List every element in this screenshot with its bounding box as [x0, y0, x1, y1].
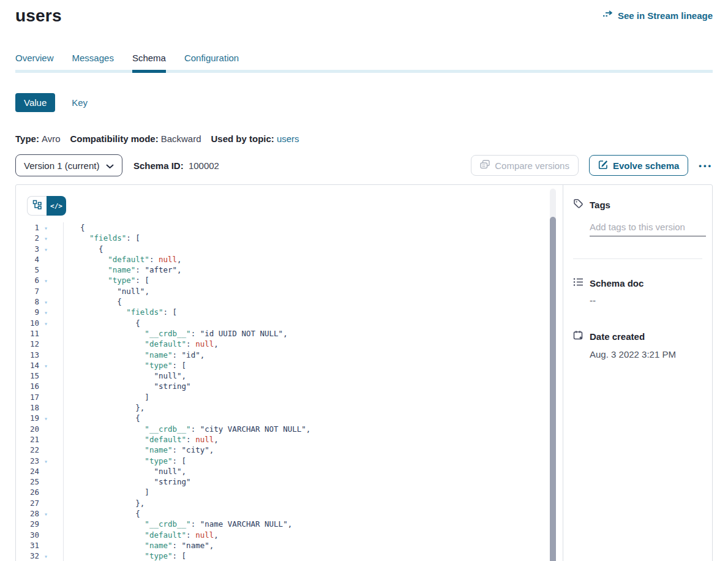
fold-arrow-icon[interactable]: ▾ — [39, 296, 64, 307]
fold-arrow-icon[interactable]: ▾ — [39, 233, 64, 243]
fold-arrow-icon[interactable]: ▾ — [39, 360, 64, 371]
fold-gutter — [39, 254, 64, 265]
code-scrollbar[interactable] — [550, 189, 556, 561]
code-view-icon: </> — [50, 202, 62, 210]
tree-view-button[interactable] — [27, 196, 47, 216]
line-number: 7 — [16, 286, 39, 296]
line-number: 19 — [16, 413, 39, 423]
line-number: 17 — [16, 392, 39, 402]
code-text: "null", — [64, 286, 149, 296]
stream-lineage-link[interactable]: See in Stream lineage — [602, 10, 713, 21]
calendar-icon — [573, 330, 584, 342]
fold-arrow-icon[interactable]: ▾ — [39, 244, 64, 254]
fold-gutter — [39, 498, 64, 508]
evolve-schema-button[interactable]: Evolve schema — [589, 155, 688, 176]
schema-sidebar: Tags Schema doc -- — [563, 185, 712, 561]
fold-gutter — [39, 476, 64, 487]
more-options-button[interactable]: ••• — [699, 161, 713, 170]
used-by-topic-label: Used by topic: — [211, 134, 274, 144]
fold-arrow-icon[interactable]: ▾ — [39, 222, 64, 233]
code-line: 22 "name": "city", — [16, 445, 563, 455]
code-text: "__crdb__": "name VARCHAR NULL", — [64, 519, 292, 529]
chevron-down-icon — [106, 160, 114, 171]
code-line: 30 "default": null, — [16, 530, 563, 540]
code-view-button[interactable]: </> — [47, 196, 66, 216]
edit-schema-icon — [598, 160, 608, 171]
fold-gutter — [39, 487, 64, 497]
line-number: 27 — [16, 498, 39, 508]
schema-id-label: Schema ID: — [133, 160, 184, 171]
line-number: 14 — [16, 360, 39, 371]
line-number: 28 — [16, 508, 39, 519]
code-text: "default": null, — [64, 339, 219, 349]
code-text: "string" — [64, 381, 191, 391]
line-number: 3 — [16, 244, 39, 254]
schema-meta-row: Type: Avro Compatibility mode: Backward … — [15, 134, 713, 144]
date-created-section-header: Date created — [573, 330, 702, 342]
fold-arrow-icon[interactable]: ▾ — [39, 551, 64, 561]
code-scrollbar-thumb[interactable] — [550, 217, 556, 561]
fold-arrow-icon[interactable]: ▾ — [39, 307, 64, 317]
fold-gutter — [39, 381, 64, 391]
code-text: "name": "city", — [64, 445, 214, 455]
code-text: "fields": [ — [64, 233, 140, 243]
tab-underline-track — [15, 70, 713, 73]
add-tags-input[interactable] — [590, 219, 706, 236]
code-text: { — [64, 296, 122, 307]
fold-gutter — [39, 466, 64, 476]
key-toggle-button[interactable]: Key — [72, 97, 88, 108]
code-text: "string" — [64, 476, 191, 487]
code-text: "null", — [64, 371, 186, 381]
code-line: 20 "__crdb__": "city VARCHAR NOT NULL", — [16, 424, 563, 434]
code-text: "type": [ — [64, 456, 186, 466]
fold-arrow-icon[interactable]: ▾ — [39, 508, 64, 519]
fold-arrow-icon[interactable]: ▾ — [39, 318, 64, 328]
tree-view-icon — [32, 200, 42, 212]
line-number: 2 — [16, 233, 39, 243]
tags-section-header: Tags — [573, 198, 702, 211]
fold-arrow-icon[interactable]: ▾ — [39, 456, 64, 466]
code-line: 12 "default": null, — [16, 339, 563, 349]
line-number: 24 — [16, 466, 39, 476]
version-select[interactable]: Version 1 (current) — [15, 154, 122, 176]
code-text: { — [64, 508, 140, 519]
topic-link[interactable]: users — [277, 134, 299, 144]
line-number: 9 — [16, 307, 39, 317]
line-number: 13 — [16, 350, 39, 360]
line-number: 21 — [16, 434, 39, 445]
compatibility-label: Compatibility mode: — [70, 134, 158, 144]
line-number: 26 — [16, 487, 39, 497]
code-line: 5 "name": "after", — [16, 265, 563, 275]
version-select-value: Version 1 (current) — [24, 160, 99, 171]
fold-gutter — [39, 424, 64, 434]
list-icon — [573, 277, 584, 288]
code-line: 28▾ { — [16, 508, 563, 519]
code-line: 24 "null", — [16, 466, 563, 476]
stream-lineage-icon — [602, 10, 614, 21]
fold-arrow-icon[interactable]: ▾ — [39, 275, 64, 285]
sidebar-divider — [573, 258, 702, 259]
code-line: 1▾{ — [16, 222, 563, 233]
tab-schema[interactable]: Schema — [132, 53, 166, 73]
value-toggle-button[interactable]: Value — [15, 93, 55, 112]
version-bar: Version 1 (current) Schema ID: 100002 Co… — [15, 154, 713, 176]
page-title: users — [15, 6, 62, 26]
code-text: { — [64, 244, 103, 254]
code-line: 17 ] — [16, 392, 563, 402]
tab-bar: Overview Messages Schema Configuration — [15, 53, 713, 73]
fold-arrow-icon[interactable]: ▾ — [39, 413, 64, 423]
code-text: "name": "name", — [64, 540, 214, 551]
code-line: 8▾ { — [16, 296, 563, 307]
fold-gutter — [39, 530, 64, 540]
fold-gutter — [39, 392, 64, 402]
code-line: 4 "default": null, — [16, 254, 563, 265]
code-line: 14▾ "type": [ — [16, 360, 563, 371]
compare-versions-button[interactable]: Compare versions — [471, 155, 579, 176]
fold-gutter — [39, 519, 64, 529]
tag-icon — [573, 198, 584, 211]
code-line: 25 "string" — [16, 476, 563, 487]
fold-gutter — [39, 328, 64, 339]
code-text: "type": [ — [64, 360, 186, 371]
fold-gutter — [39, 339, 64, 349]
line-number: 22 — [16, 445, 39, 455]
